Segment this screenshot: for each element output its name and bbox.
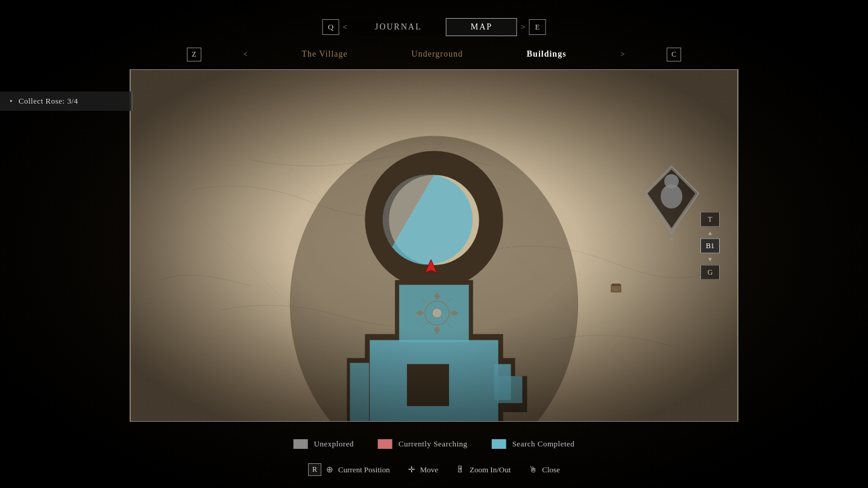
completed-label: Search Completed [512, 439, 575, 449]
current-position-icon: ⊕ [326, 465, 333, 475]
map-drawing [130, 70, 738, 421]
top-navigation: Q < JOURNAL MAP > E [322, 18, 546, 36]
control-close: 🖱 Close [529, 465, 560, 475]
svg-rect-34 [131, 70, 738, 421]
controls-bar: R ⊕ Current Position ✛ Move 🎚 Zoom In/Ou… [308, 463, 560, 476]
control-current-position: R ⊕ Current Position [308, 463, 390, 476]
completed-color-swatch [492, 439, 506, 449]
svg-point-38 [661, 184, 682, 208]
current-position-key[interactable]: R [308, 463, 321, 476]
prev-sub-key[interactable]: Z [187, 48, 201, 61]
svg-point-39 [670, 237, 673, 241]
legend-searching: Currently Searching [378, 439, 468, 449]
quest-text: Collect Rose: 3/4 [19, 96, 78, 105]
map-legend: Unexplored Currently Searching Search Co… [294, 439, 575, 449]
sub-navigation: Z < The Village Underground Buildings > … [187, 47, 681, 61]
zoom-label: Zoom In/Out [470, 465, 511, 475]
prev-tab-key[interactable]: Q [322, 19, 339, 35]
legend-completed: Search Completed [492, 439, 575, 449]
prev-tab-arrow: < [339, 22, 351, 32]
floor-level-indicator[interactable]: T ▲ B1 ▼ G [700, 211, 720, 280]
next-tab-arrow: > [517, 22, 529, 32]
floor-up-arrow[interactable]: ▲ [707, 229, 713, 236]
prev-sub-arrow: < [241, 50, 250, 59]
current-floor-key[interactable]: B1 [700, 238, 720, 253]
unexplored-color-swatch [294, 439, 308, 449]
control-move: ✛ Move [408, 465, 438, 475]
next-sub-key[interactable]: C [667, 48, 681, 61]
journal-tab[interactable]: JOURNAL [351, 19, 446, 36]
map-container[interactable]: T ▲ B1 ▼ G [130, 69, 738, 422]
floor-down-arrow[interactable]: ▼ [707, 255, 713, 262]
quest-indicator: • Collect Rose: 3/4 [0, 92, 133, 111]
searching-color-swatch [378, 439, 392, 449]
zoom-icon: 🎚 [456, 465, 465, 475]
close-icon: 🖱 [529, 465, 537, 475]
quest-bullet: • [10, 96, 13, 105]
top-floor-key[interactable]: T [700, 211, 720, 227]
subnav-buildings[interactable]: Buildings [515, 47, 579, 61]
map-tab[interactable]: MAP [446, 18, 517, 36]
legend-unexplored: Unexplored [294, 439, 354, 449]
move-label: Move [420, 465, 438, 475]
searching-label: Currently Searching [398, 439, 468, 449]
bottom-floor-key[interactable]: G [700, 264, 720, 280]
next-sub-arrow: > [618, 50, 627, 59]
subnav-underground[interactable]: Underground [400, 47, 475, 61]
close-label: Close [542, 465, 560, 475]
subnav-village[interactable]: The Village [289, 47, 359, 61]
game-emblem [641, 163, 702, 236]
control-zoom: 🎚 Zoom In/Out [456, 465, 511, 475]
next-tab-key[interactable]: E [529, 19, 546, 35]
move-icon: ✛ [408, 465, 415, 475]
unexplored-label: Unexplored [314, 439, 354, 449]
current-position-label: Current Position [338, 465, 390, 475]
